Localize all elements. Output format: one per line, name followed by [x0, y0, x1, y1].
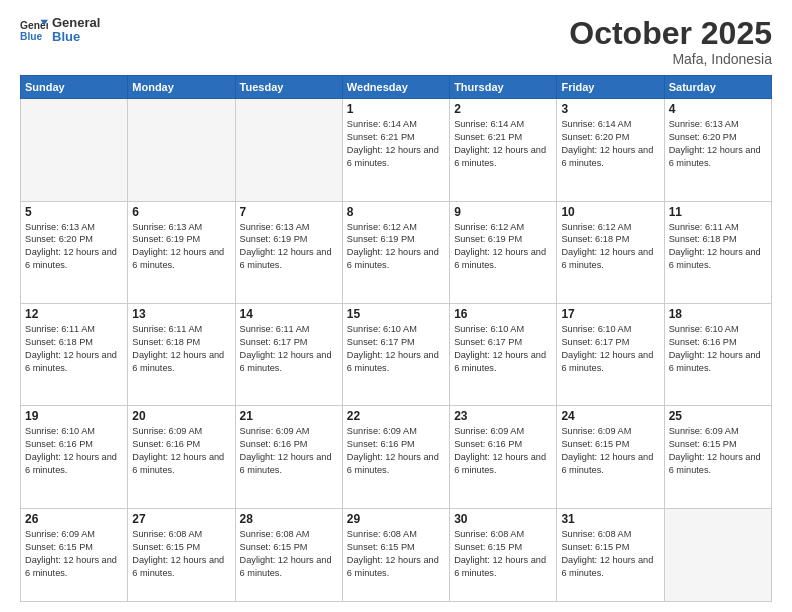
table-row: 13Sunrise: 6:11 AMSunset: 6:18 PMDayligh… [128, 304, 235, 406]
table-row: 10Sunrise: 6:12 AMSunset: 6:18 PMDayligh… [557, 201, 664, 303]
table-row [128, 99, 235, 201]
header-friday: Friday [557, 76, 664, 99]
calendar-header-row: Sunday Monday Tuesday Wednesday Thursday… [21, 76, 772, 99]
table-row: 16Sunrise: 6:10 AMSunset: 6:17 PMDayligh… [450, 304, 557, 406]
table-row: 19Sunrise: 6:10 AMSunset: 6:16 PMDayligh… [21, 406, 128, 508]
table-row: 12Sunrise: 6:11 AMSunset: 6:18 PMDayligh… [21, 304, 128, 406]
header-tuesday: Tuesday [235, 76, 342, 99]
header-wednesday: Wednesday [342, 76, 449, 99]
svg-text:Blue: Blue [20, 32, 43, 43]
table-row: 2Sunrise: 6:14 AMSunset: 6:21 PMDaylight… [450, 99, 557, 201]
table-row: 8Sunrise: 6:12 AMSunset: 6:19 PMDaylight… [342, 201, 449, 303]
table-row: 15Sunrise: 6:10 AMSunset: 6:17 PMDayligh… [342, 304, 449, 406]
location: Mafa, Indonesia [569, 51, 772, 67]
table-row: 9Sunrise: 6:12 AMSunset: 6:19 PMDaylight… [450, 201, 557, 303]
table-row: 14Sunrise: 6:11 AMSunset: 6:17 PMDayligh… [235, 304, 342, 406]
table-row: 6Sunrise: 6:13 AMSunset: 6:19 PMDaylight… [128, 201, 235, 303]
header-thursday: Thursday [450, 76, 557, 99]
table-row: 24Sunrise: 6:09 AMSunset: 6:15 PMDayligh… [557, 406, 664, 508]
logo-icon: General Blue [20, 16, 48, 44]
logo-general: General [52, 16, 100, 30]
table-row: 26Sunrise: 6:09 AMSunset: 6:15 PMDayligh… [21, 508, 128, 601]
header: General Blue General Blue October 2025 M… [20, 16, 772, 67]
table-row: 18Sunrise: 6:10 AMSunset: 6:16 PMDayligh… [664, 304, 771, 406]
calendar-table: Sunday Monday Tuesday Wednesday Thursday… [20, 75, 772, 602]
table-row: 25Sunrise: 6:09 AMSunset: 6:15 PMDayligh… [664, 406, 771, 508]
table-row: 30Sunrise: 6:08 AMSunset: 6:15 PMDayligh… [450, 508, 557, 601]
table-row: 28Sunrise: 6:08 AMSunset: 6:15 PMDayligh… [235, 508, 342, 601]
table-row: 31Sunrise: 6:08 AMSunset: 6:15 PMDayligh… [557, 508, 664, 601]
table-row: 29Sunrise: 6:08 AMSunset: 6:15 PMDayligh… [342, 508, 449, 601]
header-sunday: Sunday [21, 76, 128, 99]
page: General Blue General Blue October 2025 M… [0, 0, 792, 612]
logo: General Blue General Blue [20, 16, 100, 45]
table-row: 22Sunrise: 6:09 AMSunset: 6:16 PMDayligh… [342, 406, 449, 508]
logo-blue: Blue [52, 30, 100, 44]
header-monday: Monday [128, 76, 235, 99]
table-row [235, 99, 342, 201]
title-block: October 2025 Mafa, Indonesia [569, 16, 772, 67]
table-row [21, 99, 128, 201]
table-row: 4Sunrise: 6:13 AMSunset: 6:20 PMDaylight… [664, 99, 771, 201]
header-saturday: Saturday [664, 76, 771, 99]
table-row: 17Sunrise: 6:10 AMSunset: 6:17 PMDayligh… [557, 304, 664, 406]
table-row: 7Sunrise: 6:13 AMSunset: 6:19 PMDaylight… [235, 201, 342, 303]
table-row: 11Sunrise: 6:11 AMSunset: 6:18 PMDayligh… [664, 201, 771, 303]
table-row: 21Sunrise: 6:09 AMSunset: 6:16 PMDayligh… [235, 406, 342, 508]
table-row: 20Sunrise: 6:09 AMSunset: 6:16 PMDayligh… [128, 406, 235, 508]
table-row: 23Sunrise: 6:09 AMSunset: 6:16 PMDayligh… [450, 406, 557, 508]
table-row: 1Sunrise: 6:14 AMSunset: 6:21 PMDaylight… [342, 99, 449, 201]
table-row [664, 508, 771, 601]
table-row: 3Sunrise: 6:14 AMSunset: 6:20 PMDaylight… [557, 99, 664, 201]
month-title: October 2025 [569, 16, 772, 51]
table-row: 27Sunrise: 6:08 AMSunset: 6:15 PMDayligh… [128, 508, 235, 601]
table-row: 5Sunrise: 6:13 AMSunset: 6:20 PMDaylight… [21, 201, 128, 303]
